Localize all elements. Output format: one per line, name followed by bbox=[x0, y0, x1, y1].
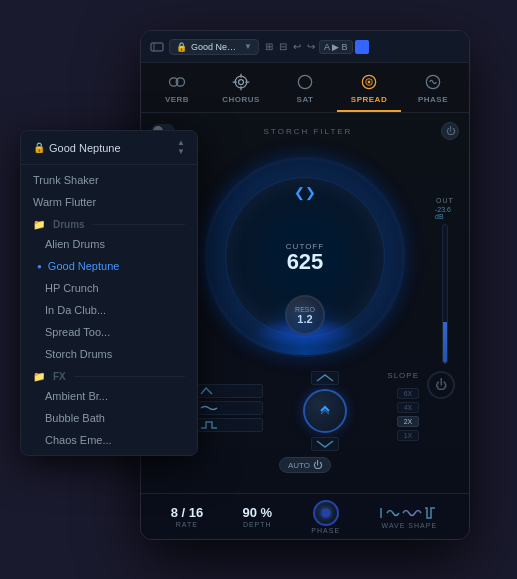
list-item-bubble-bath[interactable]: Bubble Bath bbox=[21, 407, 197, 429]
tab-verb[interactable]: VERB bbox=[145, 67, 209, 112]
chevron-icon: ▼ bbox=[244, 42, 252, 51]
filter-btn-up[interactable] bbox=[311, 371, 339, 385]
auto-row: AUTO ⏻ bbox=[147, 455, 463, 475]
svg-point-5 bbox=[239, 80, 244, 85]
phase-knob[interactable] bbox=[313, 500, 339, 526]
preset-selector[interactable]: 🔒 Good Neptune * ▼ bbox=[169, 39, 259, 55]
item-label: Trunk Shaker bbox=[33, 174, 99, 186]
depth-label: DEPTH bbox=[243, 521, 272, 528]
item-label: Bubble Bath bbox=[33, 412, 105, 424]
tab-phase[interactable]: PHASE bbox=[401, 67, 465, 112]
slope-btn-2x[interactable]: 2X bbox=[397, 416, 419, 427]
dropdown-header: 🔒 Good Neptune ▲ ▼ bbox=[21, 131, 197, 165]
phase-knob-inner bbox=[322, 509, 330, 517]
tab-spread-label: SPREAD bbox=[351, 95, 387, 104]
main-filter-button[interactable] bbox=[303, 389, 347, 433]
power-button-top[interactable]: ⏻ bbox=[441, 122, 459, 140]
dropdown-lock-icon: 🔒 bbox=[33, 142, 45, 153]
item-label: HP Crunch bbox=[33, 282, 99, 294]
meter-bar bbox=[442, 224, 448, 364]
bottom-bar: 8 / 16 RATE 90 % DEPTH PHASE WAV bbox=[141, 493, 469, 539]
filter-ring[interactable]: ❮❯ CUTOFF 625 RESO 1.2 bbox=[205, 157, 405, 357]
auto-power-icon: ⏻ bbox=[313, 460, 322, 470]
item-label: Chaos Eme... bbox=[33, 434, 112, 446]
list-item-chaos-eme[interactable]: Chaos Eme... bbox=[21, 429, 197, 451]
slope-btn-6x[interactable]: 6X bbox=[397, 388, 419, 399]
list-item-alien-drums[interactable]: Alien Drums bbox=[21, 233, 197, 255]
list-item-storch-drums[interactable]: Storch Drums bbox=[21, 343, 197, 365]
auto-button[interactable]: AUTO ⏻ bbox=[279, 457, 331, 473]
tab-chorus[interactable]: CHORUS bbox=[209, 67, 273, 112]
tab-verb-label: VERB bbox=[165, 95, 189, 104]
out-meter: OUT -23.6 dB bbox=[435, 197, 455, 377]
undo-btn[interactable]: ↩ bbox=[291, 40, 303, 53]
svg-point-4 bbox=[235, 76, 247, 88]
list-item-in-da-club[interactable]: In Da Club... bbox=[21, 299, 197, 321]
list-item-trunk-shaker[interactable]: Trunk Shaker bbox=[21, 169, 197, 191]
slope-btn-4x[interactable]: 4X bbox=[397, 402, 419, 413]
item-label: Good Neptune bbox=[48, 260, 120, 272]
svg-point-13 bbox=[368, 81, 371, 84]
list-item-warm-flutter[interactable]: Warm Flutter bbox=[21, 191, 197, 213]
dropdown-list: Trunk Shaker Warm Flutter 📁 Drums Alien … bbox=[21, 165, 197, 455]
active-dot-icon: ● bbox=[33, 262, 42, 271]
rate-param: 8 / 16 RATE bbox=[171, 505, 204, 528]
list-item-spread-too[interactable]: Spread Too... bbox=[21, 321, 197, 343]
tab-chorus-label: CHORUS bbox=[222, 95, 260, 104]
copy-btn[interactable]: ⊞ bbox=[263, 40, 275, 53]
tab-bar: VERB CHORUS SAT bbox=[141, 63, 469, 113]
header-bar: 🔒 Good Neptune * ▼ ⊞ ⊟ ↩ ↪ A ▶ B bbox=[141, 31, 469, 63]
tab-sat[interactable]: SAT bbox=[273, 67, 337, 112]
section-drums: 📁 Drums bbox=[21, 213, 197, 233]
section-divider bbox=[93, 224, 185, 225]
blue-indicator bbox=[355, 40, 369, 54]
out-db-value: -23.6 dB bbox=[435, 206, 455, 220]
list-item-good-neptune[interactable]: ● Good Neptune bbox=[21, 255, 197, 277]
arrow-down-icon: ▼ bbox=[177, 148, 185, 156]
lock-icon: 🔒 bbox=[176, 42, 187, 52]
item-label: Ambient Br... bbox=[33, 390, 108, 402]
list-item-ambient-br[interactable]: Ambient Br... bbox=[21, 385, 197, 407]
item-label: Alien Drums bbox=[33, 238, 105, 250]
item-label: Storch Drums bbox=[33, 348, 112, 360]
tab-phase-label: PHASE bbox=[418, 95, 448, 104]
ab-button[interactable]: A ▶ B bbox=[319, 40, 353, 54]
slope-btn-1x[interactable]: 1X bbox=[397, 430, 419, 441]
dropdown-preset-name: Good Neptune bbox=[49, 142, 121, 154]
filter-title: STORCH FILTER bbox=[175, 127, 441, 136]
paste-btn[interactable]: ⊟ bbox=[277, 40, 289, 53]
tab-sat-label: SAT bbox=[297, 95, 314, 104]
spread-icon bbox=[358, 71, 380, 93]
dropdown-arrows[interactable]: ▲ ▼ bbox=[177, 139, 185, 156]
arrow-up-icon: ▲ bbox=[177, 139, 185, 147]
center-buttons bbox=[271, 371, 379, 451]
slope-section: SLOPE 6X 4X 2X 1X bbox=[387, 371, 419, 441]
tab-spread[interactable]: SPREAD bbox=[337, 67, 401, 112]
wave-shape-param: WAVE SHAPE bbox=[379, 505, 439, 529]
wave-shape-label: WAVE SHAPE bbox=[382, 522, 438, 529]
preset-name: Good Neptune * bbox=[191, 42, 240, 52]
filter-btn-down[interactable] bbox=[311, 437, 339, 451]
depth-param: 90 % DEPTH bbox=[242, 505, 272, 528]
depth-value[interactable]: 90 % bbox=[242, 505, 272, 520]
verb-icon bbox=[166, 71, 188, 93]
phase-label: PHASE bbox=[311, 527, 340, 534]
svg-point-10 bbox=[298, 75, 311, 88]
out-label: OUT bbox=[436, 197, 454, 204]
rate-value[interactable]: 8 / 16 bbox=[171, 505, 204, 520]
dropdown-title: 🔒 Good Neptune bbox=[33, 142, 121, 154]
list-item-hp-crunch[interactable]: HP Crunch bbox=[21, 277, 197, 299]
item-label: Warm Flutter bbox=[33, 196, 96, 208]
phase-param: PHASE bbox=[311, 500, 340, 534]
meter-fill bbox=[443, 322, 447, 363]
section-drums-label: Drums bbox=[53, 219, 85, 230]
folder-icon: 📁 bbox=[33, 219, 45, 230]
cutoff-display: CUTOFF 625 bbox=[286, 242, 324, 273]
preset-dropdown: 🔒 Good Neptune ▲ ▼ Trunk Shaker Warm Flu… bbox=[20, 130, 198, 456]
section-fx-label: FX bbox=[53, 371, 66, 382]
redo-btn[interactable]: ↪ bbox=[305, 40, 317, 53]
item-label: Spread Too... bbox=[33, 326, 110, 338]
chorus-icon bbox=[230, 71, 252, 93]
cutoff-value[interactable]: 625 bbox=[287, 251, 324, 273]
header-controls: ⊞ ⊟ ↩ ↪ A ▶ B bbox=[263, 40, 369, 54]
